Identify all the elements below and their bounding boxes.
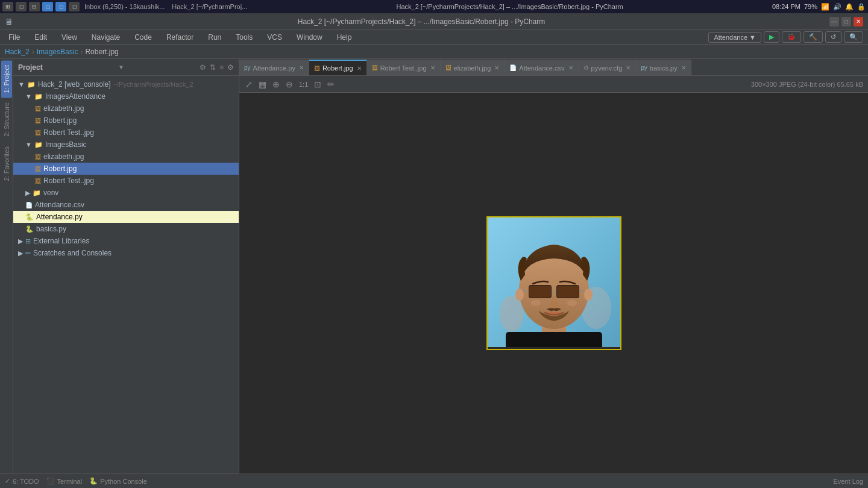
build-button[interactable]: 🔨 [804,31,823,43]
taskbar-left: ⊞ ◻ ⊟ ◻ ◻ ◻ Inbox (6,250) - 13kaushik...… [2,2,247,11]
taskbar-pycharm[interactable]: ◻ [55,2,66,11]
taskbar-time: 08:24 PM [772,3,800,10]
tree-basics-py[interactable]: 🐍 basics.py [13,223,239,235]
vtab-favorites[interactable]: 2: Favorites [1,142,12,186]
vtab-structure[interactable]: 2: Structure [1,98,12,142]
menu-help[interactable]: Help [333,32,356,43]
menu-code[interactable]: Code [131,32,156,43]
menu-edit[interactable]: Edit [31,32,51,43]
tab-attendance-py-label: Attendance.py [253,64,295,72]
edit-icon[interactable]: ✏ [326,78,336,90]
svg-point-1 [500,296,524,332]
tree-attendance-py[interactable]: 🐍 Attendance.py [13,211,239,223]
vtab-project[interactable]: 1: Project [1,60,12,98]
file-robert-att-label: Robert.jpg [43,116,77,125]
tab-attendance-csv[interactable]: 📄 Attendance.csv ✕ [505,60,578,75]
tab-attendance-py-close[interactable]: ✕ [299,64,304,71]
tab-roberttest-jpg[interactable]: 🖼 Robert Test..jpg ✕ [367,60,441,75]
debug-button[interactable]: 🐞 [782,31,801,43]
menu-view[interactable]: View [58,32,81,43]
tab-robert-jpg-close[interactable]: ✕ [357,65,362,72]
tree-elizabeth-att[interactable]: 🖼 elizabeth.jpg [13,102,239,114]
tree-robert-basic[interactable]: 🖼 Robert.jpg [13,163,239,175]
maximize-button[interactable]: □ [841,17,851,27]
project-title: Project [18,63,43,72]
jpg-icon3: 🖼 [35,166,41,172]
image-viewer[interactable] [239,93,868,474]
tab-basics-py[interactable]: py basics.py ✕ [636,60,691,75]
run-config-label: Attendance [714,34,747,41]
tree-imagesattendance[interactable]: ▼ 📁 ImagesAttendance [13,90,239,102]
tab-elizabeth-close[interactable]: ✕ [494,64,499,71]
taskbar-chrome[interactable]: ◻ [42,2,53,11]
menu-refactor[interactable]: Refactor [163,32,197,43]
titlebar-title: Hack_2 [~/PycharmProjects/Hack_2] – .../… [298,17,546,26]
project-settings-icon[interactable]: ⚙ [200,63,206,72]
project-collapse-icon[interactable]: ≡ [219,63,224,72]
refresh-button[interactable]: ↺ [825,31,841,43]
grid-icon[interactable]: ▦ [257,78,268,90]
root-label: Hack_2 [web_console] [38,80,111,89]
zoom-out-icon[interactable]: ⊖ [285,78,294,90]
tab-pyvenv-label: pyvenv.cfg [591,64,623,72]
run-config-select[interactable]: Attendance ▼ [708,32,761,43]
tab-basics-py-close[interactable]: ✕ [681,64,686,71]
status-event-log[interactable]: Event Log [833,478,863,485]
menu-navigate[interactable]: Navigate [88,32,124,43]
breadcrumb-hack2[interactable]: Hack_2 [5,48,30,56]
tree-imagesbasic[interactable]: ▼ 📁 ImagesBasic [13,139,239,151]
tab-elizabeth-jpg[interactable]: 🖼 elizabeth.jpg ✕ [441,60,505,75]
py-icon2: 🐍 [25,225,34,233]
tab-roberttest-close[interactable]: ✕ [430,64,435,71]
menu-window[interactable]: Window [293,32,326,43]
tab-basics-py-label: basics.py [650,64,678,72]
tab-cfg-icon: ⚙ [583,64,589,71]
folder-imagesbasic-label: ImagesBasic [45,140,87,149]
tab-robert-jpg[interactable]: 🖼 Robert.jpg ✕ [309,60,367,75]
tree-venv[interactable]: ▶ 📁 venv [13,187,239,199]
tab-attendance-csv-close[interactable]: ✕ [568,64,573,71]
start-icon[interactable]: ⊞ [2,2,13,11]
menu-file[interactable]: File [5,32,24,43]
menu-vcs[interactable]: VCS [263,32,286,43]
fit-window-icon[interactable]: ⊡ [313,78,322,90]
tab-basics-py-icon: py [641,64,647,71]
breadcrumb-sep2: › [80,48,83,56]
tree-robert-att[interactable]: 🖼 Robert.jpg [13,114,239,127]
taskbar-right: 08:24 PM 79% 📶 🔊 🔔 🔒 [772,3,866,11]
project-expand-icon[interactable]: ⇅ [210,63,216,72]
tree-attendance-csv[interactable]: 📄 Attendance.csv [13,199,239,211]
status-todo[interactable]: ✓ 6: TODO [5,477,39,485]
fit-frame-icon[interactable]: ⤢ [244,78,254,90]
breadcrumb-imagesbasic[interactable]: ImagesBasic [37,48,78,56]
tree-roberttest-att[interactable]: 🖼 Robert Test..jpg [13,127,239,139]
tree-external-libs[interactable]: ▶ ⊞ External Libraries [13,235,239,247]
status-terminal[interactable]: ⬛ Terminal [46,477,83,485]
file-robert-basic-label: Robert.jpg [43,164,77,173]
tree-roberttest-basic[interactable]: 🖼 Robert Test..jpg [13,175,239,187]
zoom-in-icon[interactable]: ⊕ [271,78,281,90]
scratches-expand-icon: ▶ [18,249,23,257]
left-vertical-tabs: 1: Project 2: Structure 2: Favorites [0,59,13,474]
taskbar-misc[interactable]: ◻ [69,2,80,11]
project-gear-icon[interactable]: ⚙ [227,63,234,72]
tab-pyvenv-cfg[interactable]: ⚙ pyvenv.cfg ✕ [579,60,637,75]
tree-elizabeth-basic[interactable]: 🖼 elizabeth.jpg [13,151,239,163]
tab-attendance-py[interactable]: py Attendance.py ✕ [239,60,309,75]
project-dropdown-icon[interactable]: ▼ [118,64,124,70]
tab-elizabeth-icon: 🖼 [445,64,451,71]
taskbar-view[interactable]: ⊟ [29,2,40,11]
tab-robert-jpg-label: Robert.jpg [322,64,353,72]
status-python-console[interactable]: 🐍 Python Console [89,477,147,485]
menu-tools[interactable]: Tools [232,32,256,43]
minimize-button[interactable]: — [829,17,839,27]
tree-root[interactable]: ▼ 📁 Hack_2 [web_console] ~/PycharmProjec… [13,78,239,90]
run-button[interactable]: ▶ [764,31,779,43]
menu-run[interactable]: Run [204,32,225,43]
file-basics-py-label: basics.py [36,225,66,233]
taskbar-search[interactable]: ◻ [16,2,27,11]
close-button[interactable]: ✕ [854,17,863,27]
search-button[interactable]: 🔍 [844,31,863,43]
tab-pyvenv-close[interactable]: ✕ [626,64,631,71]
tree-scratches[interactable]: ▶ ✏ Scratches and Consoles [13,247,239,259]
